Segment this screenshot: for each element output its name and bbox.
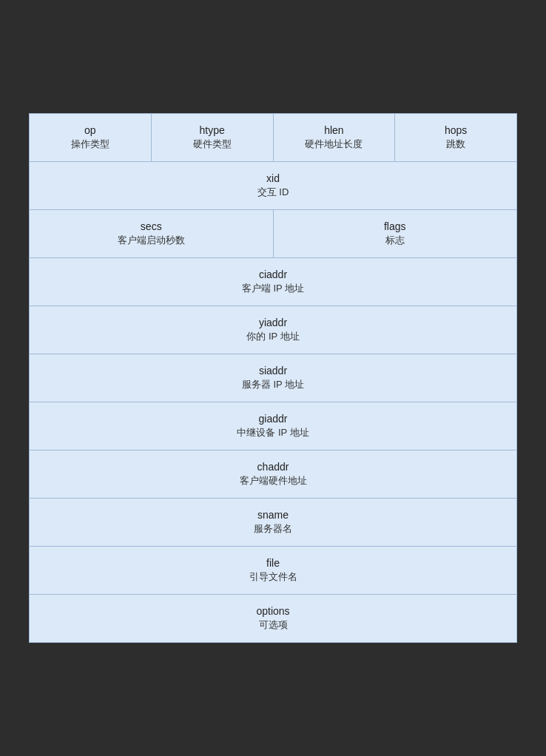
table-row: sname服务器名 [30,499,516,547]
field-label-hops: hops [445,124,467,136]
field-cell-sname: sname服务器名 [30,499,516,546]
field-desc-siaddr: 服务器 IP 地址 [242,378,304,391]
field-desc-options: 可选项 [259,618,288,632]
field-cell-flags: flags标志 [274,210,517,257]
field-cell-giaddr: giaddr中继设备 IP 地址 [30,402,516,450]
field-label-giaddr: giaddr [259,413,288,425]
field-desc-hlen: 硬件地址长度 [305,138,363,151]
field-desc-yiaddr: 你的 IP 地址 [246,330,299,343]
field-desc-file: 引导文件名 [249,570,297,584]
field-desc-ciaddr: 客户端 IP 地址 [242,282,304,295]
table-row: file引导文件名 [30,547,516,595]
dhcp-diagram: op操作类型htype硬件类型hlen硬件地址长度hops跳数xid交互 IDs… [29,113,517,643]
field-label-op: op [84,124,96,136]
table-row: yiaddr你的 IP 地址 [30,306,516,354]
field-desc-flags: 标志 [385,234,405,247]
field-cell-chaddr: chaddr客户端硬件地址 [30,450,516,498]
field-label-sname: sname [257,509,289,521]
table-row: secs客户端启动秒数flags标志 [30,210,516,258]
field-desc-hops: 跳数 [446,138,465,151]
table-row: xid交互 ID [30,162,516,210]
field-label-hlen: hlen [324,124,343,136]
field-label-chaddr: chaddr [257,461,289,473]
field-label-htype: htype [200,124,225,136]
field-cell-htype: htype硬件类型 [152,114,274,161]
field-cell-options: options可选项 [30,595,516,642]
field-cell-siaddr: siaddr服务器 IP 地址 [30,354,516,402]
field-cell-op: op操作类型 [30,114,152,161]
field-desc-chaddr: 客户端硬件地址 [240,474,307,487]
table-row: chaddr客户端硬件地址 [30,450,516,499]
field-label-file: file [266,557,280,569]
table-row: siaddr服务器 IP 地址 [30,354,516,402]
field-cell-file: file引导文件名 [30,547,516,594]
field-label-ciaddr: ciaddr [259,269,287,280]
field-label-siaddr: siaddr [259,365,287,377]
table-row: options可选项 [30,595,516,642]
field-label-secs: secs [141,220,162,232]
field-desc-htype: 硬件类型 [193,138,232,151]
field-cell-secs: secs客户端启动秒数 [30,210,274,257]
table-row: op操作类型htype硬件类型hlen硬件地址长度hops跳数 [30,114,516,162]
field-cell-ciaddr: ciaddr客户端 IP 地址 [30,258,516,306]
field-desc-op: 操作类型 [71,138,109,151]
field-label-xid: xid [266,172,280,184]
table-row: ciaddr客户端 IP 地址 [30,258,516,306]
field-label-yiaddr: yiaddr [259,317,287,328]
field-desc-xid: 交互 ID [257,186,289,199]
field-cell-hlen: hlen硬件地址长度 [274,114,396,161]
field-label-options: options [256,605,289,617]
field-cell-xid: xid交互 ID [30,162,516,209]
field-desc-giaddr: 中继设备 IP 地址 [237,426,309,439]
field-desc-secs: 客户端启动秒数 [118,234,185,247]
field-cell-yiaddr: yiaddr你的 IP 地址 [30,306,516,354]
field-desc-sname: 服务器名 [254,522,292,536]
field-cell-hops: hops跳数 [395,114,516,161]
field-label-flags: flags [384,220,406,232]
table-row: giaddr中继设备 IP 地址 [30,402,516,450]
